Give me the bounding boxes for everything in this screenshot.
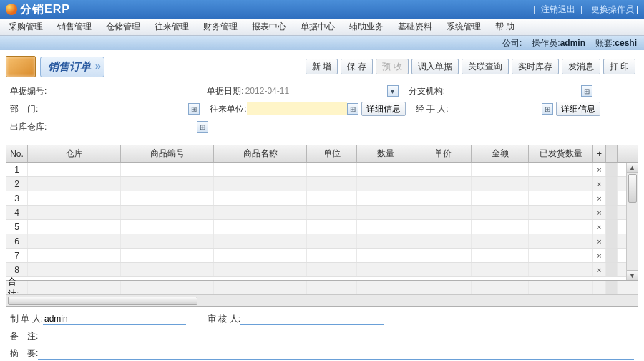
row-number: 2 xyxy=(6,177,28,191)
summary-input[interactable] xyxy=(38,347,634,360)
delete-row-icon[interactable]: × xyxy=(597,208,601,217)
col-price[interactable]: 单价 xyxy=(414,145,472,162)
send-message-button[interactable]: 发消息 xyxy=(562,59,600,74)
delete-row-icon[interactable]: × xyxy=(597,180,601,188)
new-button[interactable]: 新 增 xyxy=(306,59,338,74)
switch-user-link[interactable]: 更换操作员 xyxy=(591,4,634,14)
remark-input[interactable] xyxy=(38,329,634,342)
print-button[interactable]: 打 印 xyxy=(603,59,635,74)
creator-input[interactable] xyxy=(43,312,186,325)
vendor-input[interactable] xyxy=(247,102,347,115)
menu-documents[interactable]: 单据中心 xyxy=(296,19,339,34)
company-info: 公司: xyxy=(502,37,522,49)
handler-lookup-icon[interactable]: ⊞ xyxy=(542,103,553,115)
delete-row-icon[interactable]: × xyxy=(597,266,601,274)
warehouse-lookup-icon[interactable]: ⊞ xyxy=(197,121,208,133)
scroll-up-icon[interactable]: ▲ xyxy=(627,163,638,173)
doc-no-input[interactable] xyxy=(47,85,197,97)
branch-input[interactable] xyxy=(445,85,581,97)
row-number: 3 xyxy=(6,191,28,205)
delete-row-icon[interactable]: × xyxy=(597,237,601,246)
table-row[interactable]: 3× xyxy=(6,191,638,206)
table-row[interactable]: 2× xyxy=(6,177,638,191)
handler-input[interactable] xyxy=(449,102,542,115)
menu-warehouse[interactable]: 仓储管理 xyxy=(102,19,145,34)
app-logo: 分销ERP xyxy=(6,2,70,17)
handler-field: 经 手 人: ⊞ 详细信息 xyxy=(416,102,600,116)
col-unit[interactable]: 单位 xyxy=(307,145,357,162)
menu-system[interactable]: 系统管理 xyxy=(442,19,485,34)
grid-header: No. 仓库 商品编号 商品名称 单位 数量 单价 金额 已发货数量 + xyxy=(6,145,638,163)
reviewer-field: 审 核 人: xyxy=(208,312,384,325)
table-row[interactable]: 1× xyxy=(6,163,638,177)
dept-lookup-icon[interactable]: ⊞ xyxy=(188,103,200,115)
summary-field: 摘 要: xyxy=(10,347,634,360)
title-bar: 分销ERP | 注销退出 | 更换操作员 | xyxy=(0,0,644,19)
vendor-lookup-icon[interactable]: ⊞ xyxy=(347,103,358,115)
out-warehouse-input[interactable] xyxy=(47,120,197,133)
col-qty[interactable]: 数量 xyxy=(357,145,414,162)
menu-finance[interactable]: 财务管理 xyxy=(199,19,242,34)
menu-basedata[interactable]: 基础资料 xyxy=(394,19,436,34)
toolbar: 新 增 保 存 预 收 调入单据 关联查询 实时库存 发消息 打 印 xyxy=(306,59,635,74)
grid-summary-row: 合计: xyxy=(6,280,638,294)
col-no[interactable]: No. xyxy=(6,145,28,162)
col-warehouse[interactable]: 仓库 xyxy=(28,145,121,162)
grid-body: 1×2×3×4×5×6×7×8× xyxy=(6,163,638,280)
delete-row-icon[interactable]: × xyxy=(597,223,601,231)
sum-label: 合计: xyxy=(6,281,28,294)
doc-date-input[interactable] xyxy=(244,85,387,97)
menu-auxiliary[interactable]: 辅助业务 xyxy=(345,19,388,34)
menu-purchase[interactable]: 采购管理 xyxy=(4,19,47,34)
branch-lookup-icon[interactable]: ⊞ xyxy=(581,85,592,97)
col-name[interactable]: 商品名称 xyxy=(214,145,307,162)
vertical-scrollbar[interactable]: ▲ ▼ xyxy=(626,163,638,280)
menu-help[interactable]: 帮 助 xyxy=(491,19,519,34)
load-document-button[interactable]: 调入单据 xyxy=(411,59,459,74)
menu-sales[interactable]: 销售管理 xyxy=(53,19,96,34)
calendar-icon[interactable]: ▾ xyxy=(387,85,399,97)
col-amount[interactable]: 金额 xyxy=(472,145,529,162)
account-info: 账套:ceshi xyxy=(595,37,637,49)
page-title: 销售订单 xyxy=(40,57,104,77)
table-row[interactable]: 8× xyxy=(6,263,638,277)
table-row[interactable]: 5× xyxy=(6,220,638,234)
scroll-corner xyxy=(606,145,618,162)
scroll-down-icon[interactable]: ▼ xyxy=(627,270,638,280)
app-logo-icon xyxy=(6,4,17,15)
table-row[interactable]: 4× xyxy=(6,206,638,220)
delete-row-icon[interactable]: × xyxy=(597,251,601,260)
delete-row-icon[interactable]: × xyxy=(597,194,601,203)
out-warehouse-field: 出库仓库: ⊞ xyxy=(10,120,208,133)
menu-bar: 采购管理 销售管理 仓储管理 往来管理 财务管理 报表中心 单据中心 辅助业务 … xyxy=(0,19,644,36)
add-row-icon[interactable]: + xyxy=(593,145,606,162)
grid-area: No. 仓库 商品编号 商品名称 单位 数量 单价 金额 已发货数量 + 1×2… xyxy=(0,140,644,307)
row-number: 8 xyxy=(6,263,28,276)
menu-ar-ap[interactable]: 往来管理 xyxy=(150,19,193,34)
table-row[interactable]: 7× xyxy=(6,249,638,263)
vendor-field: 往来单位: ⊞ 详细信息 xyxy=(210,102,405,116)
related-query-button[interactable]: 关联查询 xyxy=(462,59,509,74)
delete-row-icon[interactable]: × xyxy=(597,165,601,174)
dept-input[interactable] xyxy=(38,102,188,115)
row-number: 1 xyxy=(6,163,28,176)
footer-form: 制 单 人: 审 核 人: 备 注: 摘 要: xyxy=(0,307,644,360)
table-row[interactable]: 6× xyxy=(6,234,638,249)
page-header: 销售订单 新 增 保 存 预 收 调入单据 关联查询 实时库存 发消息 打 印 xyxy=(0,50,644,80)
handler-detail-button[interactable]: 详细信息 xyxy=(556,102,600,116)
save-button[interactable]: 保 存 xyxy=(341,59,373,74)
row-number: 7 xyxy=(6,249,28,262)
realtime-stock-button[interactable]: 实时库存 xyxy=(512,59,559,74)
menu-reports[interactable]: 报表中心 xyxy=(248,19,291,34)
logout-link[interactable]: 注销退出 xyxy=(541,4,575,14)
creator-field: 制 单 人: xyxy=(10,312,186,325)
row-number: 6 xyxy=(6,234,28,248)
operator-info: 操作员:admin xyxy=(532,37,585,49)
col-code[interactable]: 商品编号 xyxy=(121,145,214,162)
vendor-detail-button[interactable]: 详细信息 xyxy=(361,102,406,116)
col-shipped[interactable]: 已发货数量 xyxy=(529,145,593,162)
reviewer-input[interactable] xyxy=(240,312,384,325)
horizontal-scrollbar[interactable] xyxy=(6,294,638,306)
row-number: 5 xyxy=(6,220,28,234)
package-icon xyxy=(6,56,36,77)
